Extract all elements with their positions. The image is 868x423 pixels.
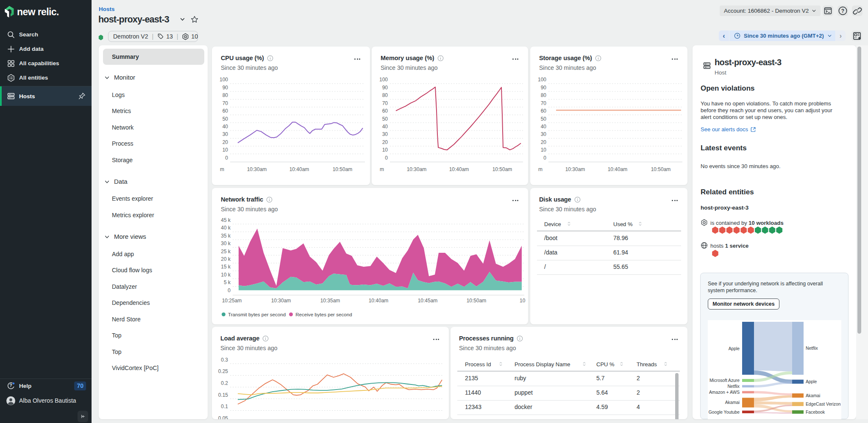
svg-text:5 k: 5 k (224, 279, 231, 285)
svg-text:0: 0 (225, 155, 228, 161)
svg-text:10:50am: 10:50am (492, 166, 512, 172)
svg-text:Amazon + AWS: Amazon + AWS (709, 390, 740, 395)
svg-text:10: 10 (541, 147, 547, 153)
svg-text:10:35am: 10:35am (320, 298, 340, 304)
svg-text:20: 20 (541, 139, 547, 145)
svg-text:10:30am: 10:30am (407, 166, 427, 172)
svg-text:0: 0 (385, 155, 388, 161)
svg-text:50: 50 (382, 116, 388, 122)
svg-text:10: 10 (223, 147, 228, 153)
svg-text:50: 50 (541, 116, 547, 122)
svg-text:?: ? (9, 383, 12, 388)
svg-text:50: 50 (223, 116, 228, 122)
svg-text:60: 60 (541, 108, 547, 114)
svg-text:100: 100 (538, 77, 546, 83)
svg-text:Netflix: Netflix (806, 346, 818, 351)
svg-text:Facebook: Facebook (806, 410, 825, 415)
svg-text:80: 80 (223, 92, 228, 98)
svg-text:10:30am: 10:30am (565, 166, 585, 172)
svg-text:60: 60 (382, 108, 388, 114)
svg-text:0.1: 0.1 (221, 404, 228, 409)
svg-text:0.2: 0.2 (221, 380, 228, 386)
svg-text:0.05: 0.05 (218, 415, 228, 419)
svg-text:10: 10 (520, 298, 526, 304)
svg-text:100: 100 (379, 77, 388, 83)
svg-text:10:40am: 10:40am (449, 166, 469, 172)
svg-text:25 k: 25 k (221, 249, 231, 254)
svg-text:m: m (538, 166, 542, 172)
svg-text:10:50am: 10:50am (467, 298, 487, 304)
svg-text:10:40am: 10:40am (608, 166, 628, 172)
svg-text:80: 80 (382, 92, 388, 98)
svg-text:0: 0 (228, 288, 231, 293)
svg-text:60: 60 (223, 108, 228, 114)
svg-text:0.25: 0.25 (218, 368, 228, 374)
svg-text:m: m (220, 166, 224, 172)
svg-text:45 k: 45 k (221, 218, 231, 223)
svg-text:m: m (380, 166, 384, 172)
svg-text:10 k: 10 k (221, 272, 231, 278)
svg-text:40: 40 (223, 124, 228, 130)
svg-text:30 k: 30 k (221, 241, 231, 246)
svg-text:?: ? (841, 8, 844, 14)
svg-text:10:40am: 10:40am (289, 166, 309, 172)
svg-text:70: 70 (541, 100, 547, 106)
svg-text:Akamai: Akamai (806, 393, 820, 398)
svg-text:35 k: 35 k (221, 233, 231, 239)
svg-text:10:50am: 10:50am (333, 166, 353, 172)
svg-text:0.3: 0.3 (221, 357, 228, 363)
svg-text:10:45am: 10:45am (418, 298, 438, 304)
svg-text:10: 10 (382, 147, 388, 153)
svg-text:40 k: 40 k (221, 225, 231, 231)
svg-text:90: 90 (541, 85, 547, 91)
svg-text:70: 70 (382, 100, 388, 106)
svg-text:Google Youtube: Google Youtube (709, 410, 740, 415)
svg-text:40: 40 (541, 124, 547, 130)
svg-text:Netflix: Netflix (727, 384, 740, 389)
svg-text:10:40am: 10:40am (369, 298, 389, 304)
svg-text:Apple: Apple (729, 346, 740, 351)
svg-text:15 k: 15 k (221, 264, 231, 270)
svg-text:30: 30 (541, 131, 547, 137)
svg-text:10:50am: 10:50am (651, 166, 671, 172)
svg-text:10:25am: 10:25am (222, 298, 242, 304)
svg-text:80: 80 (541, 92, 547, 98)
svg-text:90: 90 (382, 85, 388, 91)
svg-text:0: 0 (543, 155, 546, 161)
svg-text:new relic.: new relic. (17, 6, 59, 17)
svg-text:70: 70 (223, 100, 228, 106)
svg-text:30: 30 (223, 131, 228, 137)
svg-text:40: 40 (382, 124, 388, 130)
svg-text:Apple: Apple (806, 379, 817, 384)
svg-text:30: 30 (382, 131, 388, 137)
svg-text:100: 100 (220, 77, 228, 83)
svg-text:EdgeCast Verizon: EdgeCast Verizon (806, 402, 841, 406)
svg-text:20: 20 (223, 139, 228, 145)
svg-text:0.15: 0.15 (218, 392, 228, 398)
svg-text:Microsoft Azure: Microsoft Azure (709, 378, 740, 383)
svg-text:10:30am: 10:30am (271, 298, 291, 304)
svg-text:20: 20 (382, 139, 388, 145)
svg-text:20 k: 20 k (221, 256, 231, 262)
svg-text:10:30am: 10:30am (247, 166, 267, 172)
svg-text:Akamai: Akamai (725, 400, 740, 405)
svg-text:90: 90 (223, 85, 228, 91)
